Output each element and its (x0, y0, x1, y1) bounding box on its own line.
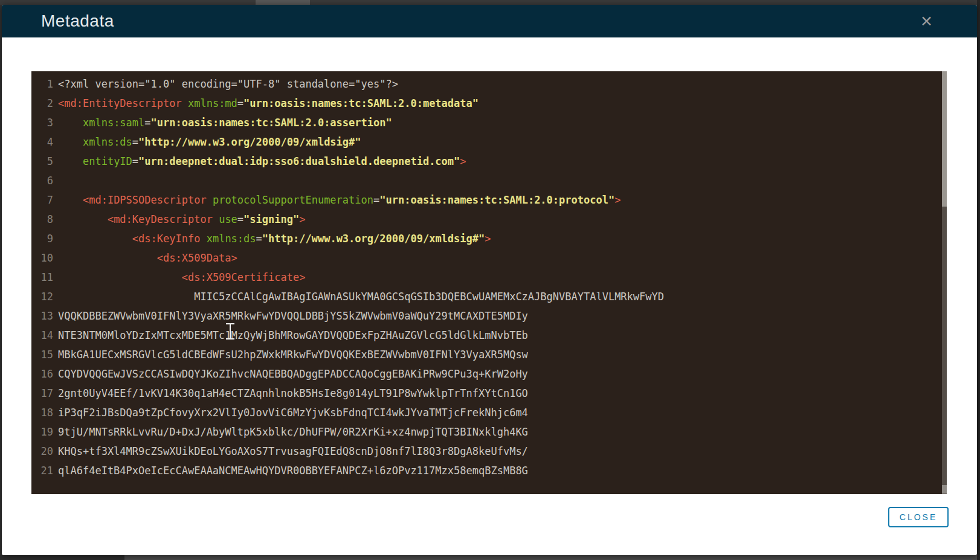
code-token-tag: <md:EntityDescriptor (58, 97, 182, 109)
code-token-tag: > (614, 194, 621, 206)
line-number: 15 (31, 345, 53, 364)
close-button[interactable]: CLOSE (888, 507, 949, 527)
code-token-plain (182, 97, 188, 109)
code-token-tag: > (485, 233, 491, 245)
code-text: <ds:X509Certificate> (53, 268, 305, 287)
line-number: 16 (31, 364, 53, 384)
code-text: CQYDVQQGEwJVSzCCASIwDQYJKoZIhvcNAQEBBQAD… (53, 364, 528, 384)
code-token-plain: NTE3NTM0MloYDzIxMTcxMDE5MTc1MzQyWjBhMRow… (58, 329, 528, 341)
code-token-plain: MBkGA1UECxMSRGVlcG5ldCBEdWFsU2hpZWxkMRkw… (58, 349, 528, 361)
line-number: 3 (31, 113, 53, 132)
code-text: <?xml version="1.0" encoding="UTF-8" sta… (53, 74, 398, 94)
code-token-eq: = (144, 117, 150, 129)
code-text: KHQs+tf3Xl4MR9cZSwXUikDEoLYGoAXoS7Trvusa… (53, 442, 528, 461)
code-token-plain (213, 213, 219, 225)
code-text: <md:KeyDescriptor use="signing"> (53, 210, 305, 229)
code-token-plain (58, 155, 83, 167)
code-token-attr: entityID (83, 155, 132, 167)
code-text: xmlns:ds="http://www.w3.org/2000/09/xmld… (53, 132, 361, 152)
code-token-eq: = (237, 97, 243, 109)
code-token-plain: KHQs+tf3Xl4MR9cZSwXUikDEoLYGoAXoS7Trvusa… (58, 445, 528, 457)
line-number: 14 (31, 326, 53, 345)
code-line: 7 <md:IDPSSODescriptor protocolSupportEn… (31, 190, 947, 210)
backdrop-right (977, 0, 980, 560)
line-number: 1 (31, 74, 53, 94)
close-icon[interactable]: ✕ (920, 14, 933, 29)
code-lines: 1<?xml version="1.0" encoding="UTF-8" st… (31, 74, 947, 480)
code-line: 172gnt0UyV4EEf/1vKV14K30q1aH4eCTZAqnhlno… (31, 384, 947, 403)
code-token-val: "http://www.w3.org/2000/09/xmldsig#" (138, 136, 361, 148)
code-token-eq: = (237, 213, 243, 225)
code-text: xmlns:saml="urn:oasis:names:tc:SAML:2.0:… (53, 113, 392, 132)
editor-scrollbar-end (942, 485, 947, 494)
line-number: 4 (31, 132, 53, 152)
code-text (53, 171, 58, 190)
code-line: 1<?xml version="1.0" encoding="UTF-8" st… (31, 74, 947, 94)
line-number: 6 (31, 171, 53, 190)
line-number: 5 (31, 152, 53, 171)
code-token-val: "http://www.w3.org/2000/09/xmldsig#" (262, 233, 485, 245)
code-token-plain (58, 136, 83, 148)
screen: Metadata ✕ 1<?xml version="1.0" encoding… (0, 0, 980, 560)
code-line: 21qlA6f4eItB4PxOeIcEcCAwEAAaNCMEAwHQYDVR… (31, 461, 947, 480)
line-number: 13 (31, 306, 53, 326)
code-line: 8 <md:KeyDescriptor use="signing"> (31, 210, 947, 229)
code-token-val: "urn:deepnet:dual:idp:sso6:dualshield.de… (138, 155, 460, 167)
code-text: 9tjU/MNTsRRkLvvRu/D+DxJ/AbyWltpK5xblkc/D… (53, 422, 528, 442)
code-text: <ds:X509Data> (53, 248, 237, 268)
code-token-attr: xmlns:ds (83, 136, 132, 148)
xml-code-viewer[interactable]: 1<?xml version="1.0" encoding="UTF-8" st… (31, 71, 947, 494)
modal-title: Metadata (41, 11, 114, 31)
code-line: 12 MIIC5zCCAlCgAwIBAgIGAWnASUkYMA0GCSqGS… (31, 287, 947, 306)
code-line: 20KHQs+tf3Xl4MR9cZSwXUikDEoLYGoAXoS7Trvu… (31, 442, 947, 461)
code-line: 11 <ds:X509Certificate> (31, 268, 947, 287)
code-token-tag: <md:KeyDescriptor (108, 213, 213, 225)
code-token-attr: xmlns:ds (207, 233, 256, 245)
code-text: <md:EntityDescriptor xmlns:md="urn:oasis… (53, 94, 479, 113)
editor-scrollbar-thumb[interactable] (942, 71, 947, 207)
code-text: VQQKDBBEZWVwbmV0IFNlY3VyaXR5MRkwFwYDVQQL… (53, 306, 528, 326)
code-text: <ds:KeyInfo xmlns:ds="http://www.w3.org/… (53, 229, 491, 248)
code-token-attr: xmlns:md (188, 97, 237, 109)
code-line: 13VQQKDBBEZWVwbmV0IFNlY3VyaXR5MRkwFwYDVQ… (31, 306, 947, 326)
code-token-plain (200, 233, 206, 245)
code-token-attr: xmlns:saml (83, 117, 144, 129)
code-text: <md:IDPSSODescriptor protocolSupportEnum… (53, 190, 621, 210)
backdrop-bottom-scrollbar (124, 555, 980, 560)
line-number: 8 (31, 210, 53, 229)
code-line: 6 (31, 171, 947, 190)
code-token-plain (58, 213, 108, 225)
code-line: 199tjU/MNTsRRkLvvRu/D+DxJ/AbyWltpK5xblkc… (31, 422, 947, 442)
code-token-tag: > (299, 213, 305, 225)
code-text: MIIC5zCCAlCgAwIBAgIGAWnASUkYMA0GCSqGSIb3… (53, 287, 664, 306)
code-line: 4 xmlns:ds="http://www.w3.org/2000/09/xm… (31, 132, 947, 152)
code-token-val: "urn:oasis:names:tc:SAML:2.0:assertion" (151, 117, 392, 129)
code-token-plain: iP3qF2iJBsDQa9tZpCfovyXrx2VlIy0JovViC6Mz… (58, 407, 528, 419)
code-line: 15MBkGA1UECxMSRGVlcG5ldCBEdWFsU2hpZWxkMR… (31, 345, 947, 364)
code-token-plain (58, 117, 83, 129)
code-token-tag: <ds:X509Certificate> (182, 271, 306, 283)
code-token-tag: <md:IDPSSODescriptor (83, 194, 207, 206)
code-token-plain: CQYDVQQGEwJVSzCCASIwDQYJKoZIhvcNAQEBBQAD… (58, 368, 528, 380)
code-line: 3 xmlns:saml="urn:oasis:names:tc:SAML:2.… (31, 113, 947, 132)
code-token-plain: 9tjU/MNTsRRkLvvRu/D+DxJ/AbyWltpK5xblkc/D… (58, 426, 528, 438)
code-text: 2gnt0UyV4EEf/1vKV14K30q1aH4eCTZAqnhlnokB… (53, 384, 528, 403)
code-token-val: "signing" (243, 213, 299, 225)
code-line: 5 entityID="urn:deepnet:dual:idp:sso6:du… (31, 152, 947, 171)
code-token-plain: MIIC5zCCAlCgAwIBAgIGAWnASUkYMA0GCSqGSIb3… (58, 291, 664, 303)
code-text: iP3qF2iJBsDQa9tZpCfovyXrx2VlIy0JovViC6Mz… (53, 403, 528, 422)
editor-scrollbar[interactable] (942, 71, 947, 494)
code-line: 14NTE3NTM0MloYDzIxMTcxMDE5MTc1MzQyWjBhMR… (31, 326, 947, 345)
code-text: qlA6f4eItB4PxOeIcEcCAwEAAaNCMEAwHQYDVR0O… (53, 461, 528, 480)
metadata-modal: Metadata ✕ 1<?xml version="1.0" encoding… (2, 5, 977, 555)
code-token-plain: VQQKDBBEZWVwbmV0IFNlY3VyaXR5MRkwFwYDVQQL… (58, 310, 528, 322)
code-token-tag: <ds:KeyInfo (132, 233, 201, 245)
code-line: 9 <ds:KeyInfo xmlns:ds="http://www.w3.or… (31, 229, 947, 248)
code-text: NTE3NTM0MloYDzIxMTcxMDE5MTc1MzQyWjBhMRow… (53, 326, 528, 345)
modal-header: Metadata ✕ (2, 5, 977, 37)
line-number: 9 (31, 229, 53, 248)
line-number: 17 (31, 384, 53, 403)
line-number: 10 (31, 248, 53, 268)
code-line: 2<md:EntityDescriptor xmlns:md="urn:oasi… (31, 94, 947, 113)
code-token-plain (207, 194, 213, 206)
